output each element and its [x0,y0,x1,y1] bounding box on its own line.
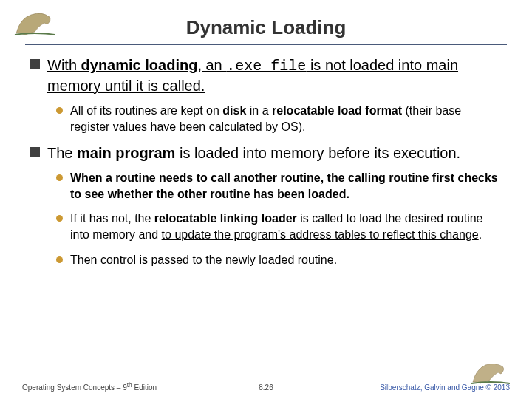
slide-content: With dynamic loading, an .exe file is no… [0,45,532,267]
square-bullet-icon [30,147,40,157]
bullet-1a-text: All of its routines are kept on disk in … [70,103,502,134]
bullet-2c-text: Then control is passed to the newly load… [70,252,337,268]
footer-right: Silberschatz, Galvin and Gagne © 2013 [380,383,510,392]
bullet-2c: Then control is passed to the newly load… [56,252,502,268]
bullet-2: The main program is loaded into memory b… [30,143,502,163]
footer-left: Operating System Concepts – 9th Edition [22,381,157,392]
bullet-2b-text: If it has not, the relocatable linking l… [70,211,502,242]
disc-bullet-icon [56,174,63,181]
bullet-2b: If it has not, the relocatable linking l… [56,211,502,242]
disc-bullet-icon [56,256,63,263]
bullet-1: With dynamic loading, an .exe file is no… [30,55,502,95]
bullet-1a: All of its routines are kept on disk in … [56,103,502,134]
slide-title: Dynamic Loading [0,0,532,44]
dinosaur-logo-top [9,4,61,37]
bullet-2-text: The main program is loaded into memory b… [47,143,460,163]
disc-bullet-icon [56,215,63,222]
footer-center: 8.26 [259,383,273,392]
square-bullet-icon [30,59,40,69]
disc-bullet-icon [56,107,63,114]
bullet-2a: When a routine needs to call another rou… [56,170,502,202]
bullet-1-text: With dynamic loading, an .exe file is no… [47,55,502,95]
bullet-2a-text: When a routine needs to call another rou… [70,170,502,202]
